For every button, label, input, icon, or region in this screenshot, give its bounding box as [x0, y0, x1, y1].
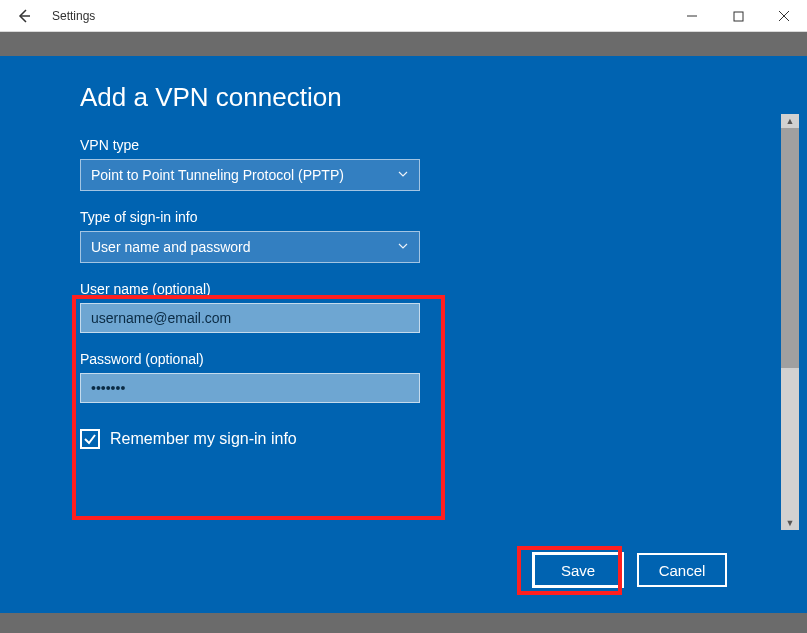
minimize-button[interactable] [669, 0, 715, 32]
remember-checkbox[interactable] [80, 429, 100, 449]
scroll-thumb[interactable] [781, 128, 799, 368]
scrollbar[interactable]: ▲ ▼ [781, 114, 799, 530]
username-field[interactable]: username@email.com [80, 303, 420, 333]
save-button[interactable]: Save [533, 553, 623, 587]
cancel-button-label: Cancel [659, 562, 706, 579]
arrow-left-icon [16, 8, 32, 24]
panel-heading: Add a VPN connection [80, 82, 727, 113]
signin-type-select[interactable]: User name and password [80, 231, 420, 263]
remember-row: Remember my sign-in info [80, 429, 727, 449]
cancel-button[interactable]: Cancel [637, 553, 727, 587]
signin-type-value: User name and password [91, 239, 251, 255]
chevron-down-icon [397, 239, 409, 255]
vpn-type-label: VPN type [80, 137, 727, 153]
scroll-up-icon[interactable]: ▲ [781, 114, 799, 128]
remember-label: Remember my sign-in info [110, 430, 297, 448]
maximize-button[interactable] [715, 0, 761, 32]
save-button-label: Save [561, 562, 595, 579]
dimmed-header [0, 32, 807, 56]
button-row: Save Cancel [533, 553, 727, 587]
vpn-type-value: Point to Point Tunneling Protocol (PPTP) [91, 167, 344, 183]
back-button[interactable] [0, 0, 48, 32]
scroll-down-icon[interactable]: ▼ [781, 516, 799, 530]
password-label: Password (optional) [80, 351, 727, 367]
close-icon [778, 10, 790, 22]
chevron-down-icon [397, 167, 409, 183]
close-button[interactable] [761, 0, 807, 32]
check-icon [83, 432, 97, 446]
window-buttons [669, 0, 807, 32]
maximize-icon [733, 11, 744, 22]
signin-type-label: Type of sign-in info [80, 209, 727, 225]
minimize-icon [686, 10, 698, 22]
title-bar: Settings [0, 0, 807, 32]
password-value: ••••••• [91, 380, 125, 396]
vpn-type-select[interactable]: Point to Point Tunneling Protocol (PPTP) [80, 159, 420, 191]
svg-rect-0 [734, 12, 743, 21]
username-label: User name (optional) [80, 281, 727, 297]
bottom-dim-strip [0, 613, 807, 633]
vpn-panel: Add a VPN connection VPN type Point to P… [0, 56, 807, 613]
username-value: username@email.com [91, 310, 231, 326]
password-field[interactable]: ••••••• [80, 373, 420, 403]
window-title: Settings [48, 9, 95, 23]
